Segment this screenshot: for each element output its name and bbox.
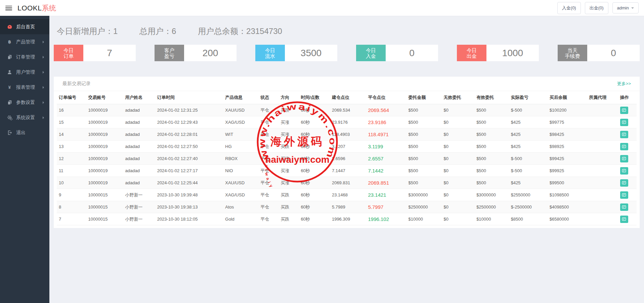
sidebar-item-1[interactable]: 后台首页 — [0, 19, 49, 34]
entrust-amount: $3000000 — [406, 189, 442, 201]
order-time: 2024-01-02 12:27:40 — [155, 153, 223, 165]
sidebar-item-3[interactable]: 订单管理 — [0, 49, 49, 65]
valid-entrust: $500 — [474, 116, 509, 128]
valid-entrust: $10000 — [474, 213, 509, 225]
column-header: 所属代理 — [587, 91, 618, 104]
period: 60秒 — [299, 177, 330, 189]
username: adadad — [123, 165, 155, 177]
column-header: 产品信息 — [223, 91, 258, 104]
order-detail-button[interactable] — [620, 191, 628, 199]
hamburger-menu-icon[interactable] — [5, 6, 12, 10]
order-detail-button[interactable] — [620, 167, 628, 175]
order-detail-button[interactable] — [620, 119, 628, 126]
detail-list-icon — [622, 193, 626, 197]
product-info: Gold — [223, 213, 258, 225]
trades-table: 订单编号交易账号用户姓名订单时间产品信息状态方向时间/点数建仓点位平仓点位委托金… — [57, 91, 637, 225]
sidebar-item-8[interactable]: 退出 — [0, 125, 49, 140]
sidebar-item-label: 退出 — [16, 130, 26, 136]
actual-profit: $-500 — [509, 153, 548, 165]
column-header: 状态 — [258, 91, 278, 104]
trade-account: 10000015 — [86, 189, 123, 201]
order-detail-button[interactable] — [620, 203, 628, 211]
agent — [587, 153, 618, 165]
more-link[interactable]: 更多>> — [617, 81, 631, 87]
agent — [587, 213, 618, 225]
admin-user-menu[interactable]: admin — [612, 2, 639, 13]
operation-cell — [618, 201, 637, 213]
column-header: 订单编号 — [57, 91, 86, 104]
invalid-entrust: $0 — [442, 104, 475, 116]
entrust-amount: $500 — [406, 177, 442, 189]
agent — [587, 165, 618, 177]
table-row: 810000015小野新一2023-10-30 19:38:13Atos平仓买跌… — [57, 201, 637, 213]
withdraw-button[interactable]: 出金(0) — [585, 2, 608, 14]
order-time: 2024-01-02 12:31:25 — [155, 104, 223, 116]
entrust-amount: $500 — [406, 165, 442, 177]
table-row: 1110000019adadad2024-01-02 12:27:17NIO平仓… — [57, 165, 637, 177]
stat-card-5: 今日出金1000 — [457, 45, 539, 61]
trade-account: 10000019 — [86, 128, 123, 141]
invalid-entrust: $0 — [442, 116, 475, 128]
sidebar-item-label: 报表管理 — [16, 84, 35, 90]
stat-card-label: 客户盈亏 — [155, 45, 184, 61]
order-id: 11 — [57, 165, 86, 177]
valid-entrust: $2500000 — [474, 201, 509, 213]
column-header: 用户姓名 — [123, 91, 155, 104]
sidebar-item-label: 参数设置 — [16, 100, 35, 106]
status: 平仓 — [258, 177, 278, 189]
product-info: RBOX — [223, 153, 258, 165]
chevron-right-icon — [43, 56, 45, 59]
trade-account: 10000019 — [86, 104, 123, 116]
order-id: 15 — [57, 116, 86, 128]
user-icon — [7, 69, 12, 75]
product-info: WIT — [223, 128, 258, 141]
username: 小野新一 — [123, 189, 155, 201]
order-time: 2023-10-30 19:39:48 — [155, 189, 223, 201]
status: 平仓 — [258, 104, 278, 116]
sidebar-item-5[interactable]: ¥报表管理 — [0, 80, 49, 95]
deposit-button[interactable]: 入金(0) — [557, 2, 581, 14]
sidebar-item-7[interactable]: 系统设置 — [0, 110, 49, 125]
direction: 买跌 — [278, 213, 299, 225]
order-detail-button[interactable] — [620, 131, 628, 138]
open-price: 2.6596 — [330, 153, 366, 165]
trade-account: 10000019 — [86, 116, 123, 128]
order-detail-button[interactable] — [620, 143, 628, 150]
sidebar-item-2[interactable]: ฿产品管理 — [0, 34, 49, 49]
chevron-right-icon — [43, 41, 45, 43]
operation-cell — [618, 165, 637, 177]
main-content: 今日新增用户：1 总用户：6 用户总余额：23154730 今日订单7客户盈亏2… — [49, 16, 644, 303]
sidebar-item-4[interactable]: 用户管理 — [0, 65, 49, 80]
stat-card-value: 3500 — [285, 45, 337, 61]
status: 平仓 — [258, 128, 278, 141]
open-price: 1996.309 — [330, 213, 366, 225]
stat-card-label: 今日入金 — [356, 45, 386, 61]
actual-profit: $425 — [509, 128, 548, 141]
order-detail-button[interactable] — [620, 216, 628, 223]
operation-cell — [618, 213, 637, 225]
entrust-amount: $500 — [406, 116, 442, 128]
direction: 买跌 — [278, 201, 299, 213]
product-info: XAG/USD — [223, 116, 258, 128]
order-detail-button[interactable] — [620, 107, 628, 114]
order-detail-button[interactable] — [620, 155, 628, 162]
operation-cell — [618, 189, 637, 201]
column-header: 买后余额 — [548, 91, 587, 104]
sidebar-item-6[interactable]: 参数设置 — [0, 95, 49, 110]
svg-text:¥: ¥ — [8, 85, 11, 90]
open-price: 23.9176 — [330, 116, 366, 128]
product-info: XAU/USD — [223, 104, 258, 116]
order-detail-button[interactable] — [620, 179, 628, 187]
valid-entrust: $500 — [474, 177, 509, 189]
username: adadad — [123, 177, 155, 189]
period: 60秒 — [299, 104, 330, 116]
table-row: 1410000019adadad2024-01-02 12:28:01WIT平仓… — [57, 128, 637, 141]
column-header: 委托金额 — [406, 91, 442, 104]
valid-entrust: $500 — [474, 104, 509, 116]
stat-card-value: 0 — [587, 45, 640, 61]
table-row: 1210000019adadad2024-01-02 12:27:40RBOX平… — [57, 153, 637, 165]
stat-card-value: 1000 — [486, 45, 539, 61]
actual-profit: $2550000 — [509, 189, 548, 201]
detail-list-icon — [622, 168, 626, 173]
column-header: 建仓点位 — [330, 91, 366, 104]
